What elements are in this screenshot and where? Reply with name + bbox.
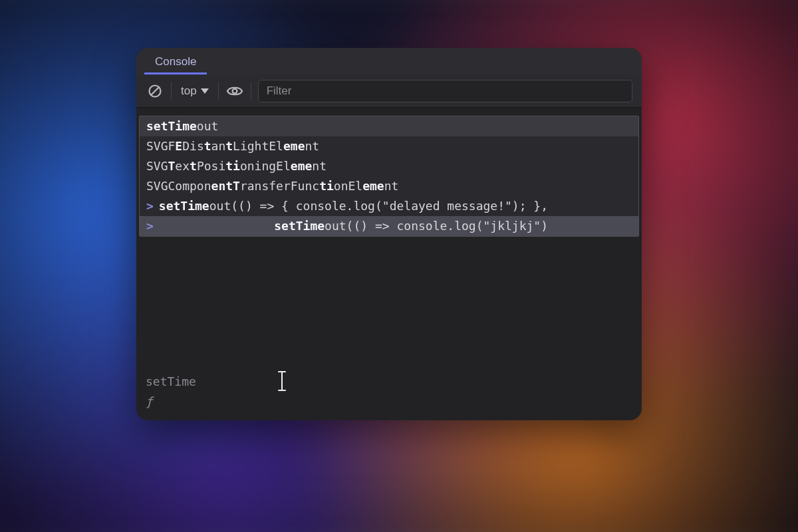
- eager-eval-result: ƒ: [146, 392, 153, 411]
- history-suggestion[interactable]: > setTimeout(() => console.log("jkljkj"): [140, 216, 638, 236]
- console-body[interactable]: setTimeout SVGFEDistantLightElement SVGT…: [136, 108, 642, 420]
- context-label: top: [181, 84, 197, 98]
- svg-line-1: [151, 87, 159, 95]
- eye-icon: [226, 84, 243, 98]
- tab-console[interactable]: Console: [144, 50, 207, 74]
- autocomplete-item[interactable]: setTimeout: [140, 116, 638, 136]
- autocomplete-item[interactable]: SVGFEDistantLightElement: [140, 136, 638, 156]
- filter-input[interactable]: [258, 80, 632, 102]
- execution-context-selector[interactable]: top: [178, 84, 211, 98]
- console-toolbar: top: [136, 74, 642, 108]
- console-input-typed[interactable]: setTime: [146, 372, 196, 391]
- toolbar-separator: [171, 82, 172, 100]
- toolbar-separator: [218, 82, 219, 100]
- live-expression-button[interactable]: [225, 82, 244, 100]
- history-suggestion[interactable]: >setTimeout(() => { console.log("delayed…: [140, 196, 638, 216]
- toolbar-separator: [251, 82, 251, 100]
- chevron-right-icon: >: [146, 219, 154, 233]
- devtools-panel: Console top setTimeout: [136, 48, 642, 420]
- svg-point-2: [232, 88, 237, 93]
- autocomplete-popup: setTimeout SVGFEDistantLightElement SVGT…: [139, 116, 639, 237]
- autocomplete-item[interactable]: SVGComponentTransferFunctionElement: [140, 176, 638, 196]
- tab-bar: Console: [136, 48, 642, 74]
- autocomplete-item[interactable]: SVGTextPositioningElement: [140, 156, 638, 176]
- clear-console-button[interactable]: [146, 82, 164, 100]
- chevron-down-icon: [201, 88, 209, 94]
- chevron-right-icon: >: [146, 199, 154, 213]
- text-cursor-icon: [278, 371, 286, 391]
- clear-icon: [148, 84, 162, 98]
